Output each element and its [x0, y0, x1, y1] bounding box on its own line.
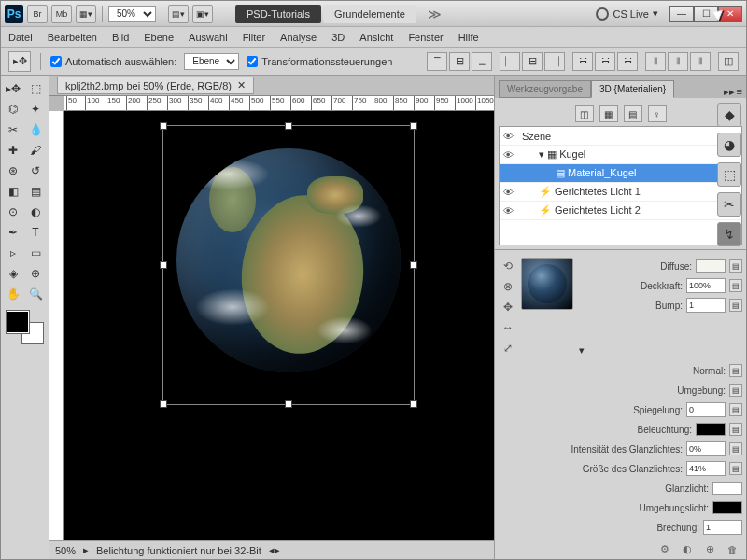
ruler-horizontal[interactable]: 5010015020025030035040045050055060065070… [64, 96, 494, 111]
auto-select-check[interactable]: Automatisch auswählen: [50, 56, 176, 67]
opacity-input[interactable]: 100% [686, 278, 726, 293]
light-toggle-icon[interactable]: ◐ [679, 542, 696, 557]
channels-panel-icon[interactable]: ◕ [717, 133, 741, 157]
status-zoom[interactable]: 50% [55, 545, 76, 556]
opacity-menu[interactable]: ▤ [729, 279, 742, 292]
align-right[interactable]: ⎹ [544, 52, 565, 71]
gloss-intensity-input[interactable]: 0% [686, 441, 726, 456]
filter-lights[interactable]: ♀ [648, 105, 667, 122]
diffuse-swatch[interactable] [696, 259, 726, 273]
panel-menu[interactable]: ≡ [737, 86, 742, 98]
tool-dodge[interactable]: ◐ [25, 203, 46, 221]
align-hmid[interactable]: ⊟ [522, 52, 543, 71]
handle-ml[interactable] [160, 261, 167, 269]
handle-bl[interactable] [160, 400, 167, 408]
tool-crop[interactable]: ✂ [3, 120, 23, 139]
eye-icon[interactable]: 👁 [503, 131, 516, 142]
tool-gradient[interactable]: ▤ [25, 182, 46, 201]
layers-panel-icon[interactable]: ◆ [717, 103, 741, 127]
dist-4[interactable]: ⦀ [645, 52, 666, 71]
spec-swatch[interactable] [712, 482, 742, 495]
menu-ebene[interactable]: Ebene [144, 32, 174, 43]
scene-root[interactable]: 👁Szene [500, 127, 741, 146]
tool-marquee[interactable]: ⬚ [25, 79, 46, 98]
workspace-more[interactable]: ≫ [428, 7, 442, 21]
document-tab[interactable]: kplj2th2.bmp bei 50% (Erde, RGB/8)✕ [57, 77, 254, 94]
illum-menu[interactable]: ▤ [729, 423, 742, 436]
material-preview[interactable] [521, 258, 573, 310]
3d-roll-tool[interactable]: ⊗ [499, 278, 517, 295]
tool-history[interactable]: ↺ [25, 161, 46, 180]
arrange-button[interactable]: ▤▾ [168, 5, 189, 23]
workspace-tab-tutorials[interactable]: PSD-Tutorials [235, 5, 321, 23]
dist-2[interactable]: ∺ [595, 52, 615, 71]
reflect-menu[interactable]: ▤ [729, 403, 742, 416]
scene-item-light2[interactable]: 👁⚡ Gerichtetes Licht 2 [500, 202, 741, 220]
menu-bearbeiten[interactable]: Bearbeiten [48, 32, 97, 43]
tool-hand[interactable]: ✋ [3, 285, 23, 303]
tool-blur[interactable]: ⊙ [3, 203, 23, 221]
close-tab-icon[interactable]: ✕ [237, 79, 246, 91]
3d-panel-icon[interactable]: ↯ [717, 222, 741, 246]
3d-mode[interactable]: ◫ [718, 52, 739, 71]
bump-input[interactable]: 1 [686, 298, 726, 313]
tool-wand[interactable]: ✦ [25, 100, 46, 119]
workspace-tab-basics[interactable]: Grundelemente [323, 5, 416, 23]
move-tool-icon[interactable]: ▸✥ [8, 51, 31, 72]
refract-input[interactable]: 1 [703, 520, 742, 535]
reflect-input[interactable]: 0 [686, 402, 726, 417]
minimize-button[interactable]: — [669, 6, 694, 22]
tool-eraser[interactable]: ◧ [3, 182, 23, 201]
3d-rotate-tool[interactable]: ⟲ [499, 258, 517, 274]
gloss-size-input[interactable]: 41% [686, 461, 726, 476]
tool-stamp[interactable]: ⊛ [3, 161, 23, 180]
menu-filter[interactable]: Filter [243, 32, 265, 43]
3d-scale-tool[interactable]: ⤢ [499, 340, 517, 357]
view-extras-button[interactable]: ▦▾ [76, 5, 96, 23]
handle-mr[interactable] [410, 261, 417, 269]
illum-swatch[interactable] [696, 423, 726, 436]
panel-tab-3d-materials[interactable]: 3D {Materialien} [591, 80, 674, 98]
menu-hilfe[interactable]: Hilfe [458, 32, 479, 43]
eye-icon[interactable]: 👁 [503, 205, 516, 217]
menu-fenster[interactable]: Fenster [408, 32, 443, 43]
color-swatches[interactable] [7, 311, 44, 344]
menu-bild[interactable]: Bild [112, 32, 129, 43]
zoom-select[interactable]: 50% [108, 6, 156, 22]
preview-dropdown[interactable]: ▾ [579, 344, 585, 357]
env-menu[interactable]: ▤ [729, 384, 742, 397]
scene-item-material[interactable]: ▤ Material_Kugel [500, 164, 741, 183]
align-bottom[interactable]: ⎽ [472, 52, 492, 71]
handle-tm[interactable] [285, 122, 292, 130]
transform-bounding-box[interactable] [162, 125, 415, 405]
diffuse-texture-menu[interactable]: ▤ [729, 259, 742, 273]
trash-icon[interactable]: 🗑 [724, 542, 740, 557]
menu-analyse[interactable]: Analyse [280, 32, 317, 43]
align-vmid[interactable]: ⊟ [449, 52, 470, 71]
tool-text[interactable]: T [25, 223, 46, 242]
panel-collapse[interactable]: ▸▸ [724, 86, 735, 98]
maximize-button[interactable]: ☐ [694, 6, 718, 22]
menu-ansicht[interactable]: Ansicht [359, 32, 393, 43]
canvas[interactable] [64, 111, 494, 540]
render-settings-icon[interactable]: ⚙ [656, 542, 673, 557]
handle-bm[interactable] [285, 400, 292, 408]
ambient-swatch[interactable] [712, 501, 742, 514]
tool-zoom[interactable]: 🔍 [25, 285, 46, 303]
auto-select-target[interactable]: Ebene [184, 53, 239, 70]
tool-brush[interactable]: 🖌 [25, 141, 46, 160]
eye-icon[interactable]: 👁 [503, 149, 516, 161]
transform-controls-check[interactable]: Transformationssteuerungen [247, 56, 392, 67]
tool-3dcam[interactable]: ⊕ [25, 264, 46, 283]
ruler-vertical[interactable] [49, 111, 64, 540]
tool-lasso[interactable]: ⌬ [3, 100, 23, 119]
new-light-icon[interactable]: ⊕ [701, 542, 718, 557]
dist-1[interactable]: ∺ [572, 52, 593, 71]
menu-auswahl[interactable]: Auswahl [189, 32, 228, 43]
3d-slide-tool[interactable]: ↔ [499, 319, 517, 336]
cslive-dropdown[interactable]: ▾ [653, 7, 658, 20]
bump-menu[interactable]: ▤ [729, 299, 742, 312]
dist-3[interactable]: ∺ [617, 52, 638, 71]
minibridge-button[interactable]: Mb [51, 5, 72, 23]
tool-pen[interactable]: ✒ [3, 223, 23, 242]
